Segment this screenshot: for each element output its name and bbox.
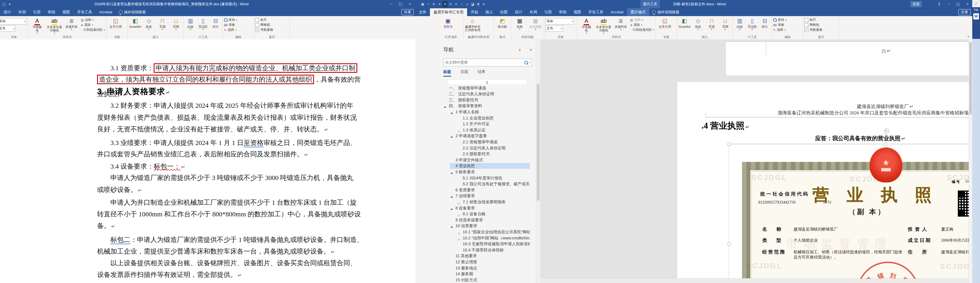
left-qat-fragment[interactable]: ▢▾ xyxy=(0,1,12,7)
button-表格[interactable]: ▦表格▾ xyxy=(512,17,527,30)
button-页眉[interactable]: ⊓页眉▾ xyxy=(705,17,718,30)
button-交叉引用[interactable]: ◱交叉引用 xyxy=(108,17,124,28)
button-格式刷[interactable]: ◩格式刷 xyxy=(495,17,510,28)
right-doc-scrollbar[interactable] xyxy=(969,40,972,283)
button-页脚[interactable]: ⊔页脚▾ xyxy=(170,17,182,30)
nav-item[interactable]: 4 营业执照 xyxy=(450,163,530,169)
checkbox-标尺[interactable]: 标尺 xyxy=(804,18,822,22)
button-边框[interactable]: ▦边框▾ xyxy=(630,18,654,22)
align-center-icon[interactable]: ≡ xyxy=(442,1,447,7)
nav-item[interactable]: 1.1 企业营业执照 xyxy=(443,115,530,121)
nav-item[interactable]: 11 其他要求 xyxy=(443,253,530,259)
document-page-22[interactable]: 建湖县近湖镇刘桥锻造厂↵渤海装备辽河热采机械制造分公司 2026 年井口及套管头… xyxy=(677,82,969,279)
tab-Acrobat[interactable]: Acrobat xyxy=(607,8,627,16)
expand-triangle-icon[interactable]: ▷ xyxy=(458,213,460,217)
button-拆分[interactable]: ⊟拆分 xyxy=(759,17,771,28)
checkbox-网格线[interactable]: 网格线 xyxy=(804,23,822,27)
qat-menu-icon[interactable]: ▾ xyxy=(481,1,486,7)
font-size-select[interactable]: 五号▾ xyxy=(0,25,16,32)
button-页脚[interactable]: ⊔页脚▾ xyxy=(719,17,732,30)
collapse-triangle-icon[interactable]: ▶ xyxy=(449,171,455,175)
tab-视图[interactable]: 视图 xyxy=(59,8,73,16)
button-交叉引用[interactable]: ◱交叉引用 xyxy=(657,17,673,28)
button-文本突出显示颜色[interactable]: ab文本突出显 示颜色▾ xyxy=(595,17,612,34)
expand-triangle-icon[interactable]: ▷ xyxy=(458,237,460,241)
button-查找[interactable]: 查找▾ xyxy=(224,18,237,22)
nav-item-blank[interactable]: ▲ xyxy=(447,79,527,85)
nav-item[interactable]: ▷1.3 体系认证 xyxy=(443,127,530,133)
nav-scrollbar[interactable] xyxy=(536,40,540,283)
sign-in-button[interactable]: 登录 xyxy=(910,1,922,7)
button-行和段落间距[interactable]: ↕行和段落间距▾ xyxy=(81,28,105,32)
handle-top-left[interactable] xyxy=(727,142,731,146)
nav-item[interactable]: 二、 法定代表人身份证明 xyxy=(443,91,530,97)
share-button[interactable]: 共享 xyxy=(958,9,970,15)
button-页眉[interactable]: ⊓页眉▾ xyxy=(156,17,169,30)
checkbox-导航窗格[interactable]: ✓导航窗格 xyxy=(255,28,273,32)
nav-item[interactable]: ▷8.1 设备台账 xyxy=(443,211,530,217)
nav-item[interactable]: 三、 授权委托书 xyxy=(443,97,530,103)
button-另存为[interactable]: ▣另存为 xyxy=(440,17,456,28)
tell-me-search[interactable]: 操作说明搜索 xyxy=(649,8,682,16)
button-多级列表[interactable]: ≣多级列表▾ xyxy=(613,17,629,30)
tab-引用[interactable]: 引用 xyxy=(541,8,555,16)
nav-item[interactable]: ▶四、 资格审查资料 xyxy=(443,103,530,109)
tab-鑫晟宇标书汇专用[interactable]: 鑫晟宇标书汇专用 xyxy=(430,8,467,16)
button-页边距[interactable]: ▯页边距▾ xyxy=(746,17,758,30)
button-拆分[interactable]: ⊟拆分 xyxy=(210,17,221,28)
minimize-button[interactable]: – xyxy=(944,0,953,8)
tab-文件[interactable]: 文件 xyxy=(415,8,430,16)
nav-tab-结果[interactable]: 结果 xyxy=(478,69,485,77)
button-底纹[interactable]: ◈底纹▾ xyxy=(630,23,654,27)
button-选择[interactable]: ↖选择▾ xyxy=(773,28,787,32)
button-替换[interactable]: ab替换 xyxy=(224,23,237,27)
button-形状[interactable]: ◇形状▾ xyxy=(692,17,704,30)
nav-item[interactable]: 2.2 法定代表人身份证明 xyxy=(443,145,530,151)
font-name-select[interactable]: 宋体▾ xyxy=(545,18,574,24)
button-选择[interactable]: ↖选择▾ xyxy=(224,28,237,32)
collapse-triangle-icon[interactable]: ▶ xyxy=(449,195,455,199)
button-比较[interactable]: ▥比较▾ xyxy=(185,17,196,30)
window-icon[interactable]: ▢ xyxy=(2,1,6,7)
expand-triangle-icon[interactable]: ▷ xyxy=(458,129,460,133)
nav-item[interactable]: 10.3 无被暂停或被取消申请人投标资格的情形 xyxy=(443,241,530,247)
align-left-icon[interactable]: ≡ xyxy=(437,1,442,7)
nav-item[interactable]: ▶2 申请函签字盖章 xyxy=(443,133,530,139)
button-多级列表[interactable]: ≣多级列表▾ xyxy=(64,17,80,30)
close-button[interactable]: × xyxy=(405,0,415,8)
tab-图片格式[interactable]: 图片格式 xyxy=(627,8,649,16)
font-name-select[interactable]: 宋体▾ xyxy=(0,18,27,24)
button-查找[interactable]: 查找▾ xyxy=(773,18,787,22)
nav-item[interactable]: 14 服务期 xyxy=(443,271,530,277)
collapse-triangle-icon[interactable]: ▶ xyxy=(443,105,448,109)
nav-item[interactable]: 2.1 资格预审申请函 xyxy=(443,139,530,145)
checkbox-导航窗格[interactable]: ✓导航窗格 xyxy=(804,28,822,32)
nav-item[interactable]: 5.1 2024年度审计报告 xyxy=(443,175,530,181)
nav-item[interactable]: 6 资质要求 xyxy=(443,187,530,193)
expand-triangle-icon[interactable]: ▷ xyxy=(458,230,460,235)
nav-tab-标题[interactable]: 标题 xyxy=(443,69,451,77)
ribbon-options-icon[interactable]: ↥ xyxy=(934,0,944,8)
tab-视图[interactable]: 视图 xyxy=(570,8,585,16)
tab-布局[interactable]: 布局 xyxy=(15,8,29,16)
collapse-triangle-icon[interactable]: ▶ xyxy=(449,225,455,229)
nav-item[interactable]: 一、 资格预审申请函 xyxy=(443,85,530,91)
tab-绘图[interactable]: 绘图 xyxy=(496,8,511,16)
button-SmartArt[interactable]: ◧SmartArt xyxy=(129,17,142,28)
nav-item[interactable]: ▶1 申请人名称 xyxy=(443,109,530,115)
nav-item[interactable]: ▶5 财务要求 xyxy=(443,169,530,175)
right-document-area[interactable]: 21↵建湖县近湖镇刘桥锻造厂↵渤海装备辽河热采机械制造分公司 2026 年井口及… xyxy=(540,40,969,283)
nav-search-input[interactable]: 在文档中搜索 ▾ xyxy=(443,59,532,66)
collapse-triangle-icon[interactable]: ▶ xyxy=(449,111,455,115)
justify-icon[interactable]: ≡ xyxy=(453,1,458,7)
format-icon[interactable]: ◪ xyxy=(470,1,475,7)
tab-设计[interactable]: 设计 xyxy=(0,8,15,16)
button-文本突出显示颜色[interactable]: ab文本突出显 示颜色▾ xyxy=(46,17,62,34)
menu-icon[interactable]: ▾ xyxy=(7,1,12,7)
button-鑫晟宇标书汇内部专用[interactable]: ⌂鑫晟宇标书 汇内部专用 xyxy=(465,17,481,32)
tab-审阅[interactable]: 审阅 xyxy=(555,8,570,16)
rotate-handle[interactable]: ↻ xyxy=(884,128,889,134)
minimize-button[interactable]: – xyxy=(387,0,396,8)
undo-icon[interactable]: ↶ xyxy=(426,1,431,7)
tab-开发工具[interactable]: 开发工具 xyxy=(585,8,607,16)
